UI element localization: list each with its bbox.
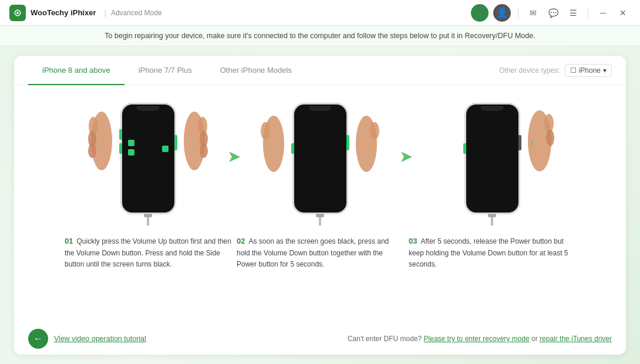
svg-point-8 (200, 144, 208, 158)
step1-text: Quickly press the Volume Up button first… (65, 237, 231, 268)
step1-squares (128, 140, 134, 156)
step3-arrow-indicator: ↑ (529, 137, 535, 150)
titlebar-icons: 🎵 👤 ✉ 💬 ☰ ─ ✕ (471, 4, 631, 22)
music-icon-btn[interactable]: 🎵 (471, 4, 489, 22)
svg-point-14 (544, 114, 554, 133)
step2-iphone (292, 103, 348, 214)
step2-number: 02 (237, 237, 245, 245)
step2-cable (316, 214, 324, 225)
card-footer: ← View video operation tutorial Can't en… (14, 323, 626, 355)
step2-right-hand (352, 109, 380, 176)
step-3-desc: 03After 5 seconds, release the Power but… (404, 226, 580, 272)
step1-left-hand (87, 109, 116, 176)
main-card: iPhone 8 and above iPhone 7/7 Plus Other… (14, 56, 626, 355)
mail-icon[interactable]: ✉ (526, 5, 541, 21)
notice-bar: To begin repairing your device, make sur… (0, 26, 640, 46)
step1-cable-line (147, 217, 149, 225)
step3-number: 03 (409, 237, 417, 245)
cant-enter-text: Can't enter DFU mode? (348, 335, 422, 343)
svg-point-12 (370, 122, 379, 140)
step1-cable (144, 214, 152, 225)
step3-cable (488, 214, 496, 225)
step2-notch (309, 106, 331, 110)
main-content: iPhone 8 and above iPhone 7/7 Plus Other… (0, 46, 640, 364)
step2-left-hand (260, 109, 288, 176)
tabs-bar: iPhone 8 and above iPhone 7/7 Plus Other… (14, 56, 626, 85)
step3-text: After 5 seconds, release the Power butto… (409, 237, 568, 268)
step1-iphone (120, 103, 176, 214)
step-1-desc: 01Quickly press the Volume Up button fir… (60, 226, 236, 272)
step3-vol-down (463, 143, 466, 154)
user-icon-btn[interactable]: 👤 (493, 4, 511, 22)
tutorial-link[interactable]: View video operation tutorial (54, 335, 146, 343)
step-3-phone: ↑ (436, 91, 548, 226)
menu-icon[interactable]: ☰ (565, 5, 581, 21)
chevron-down-icon: ▾ (603, 66, 607, 75)
win-separator (588, 7, 588, 19)
step1-number: 01 (65, 237, 73, 245)
tab-other[interactable]: Other iPhone Models (206, 56, 306, 85)
step-1-column: 01Quickly press the Volume Up button fir… (60, 91, 236, 272)
icon-separator (518, 7, 518, 19)
footer-left: ← View video operation tutorial (28, 329, 146, 349)
minimize-button[interactable]: ─ (595, 5, 611, 21)
device-type-label: Other device types: (499, 66, 560, 75)
step1-vol-down (119, 143, 122, 154)
device-type-dropdown[interactable]: ☐ iPhone ▾ (565, 64, 612, 77)
step3-notch (481, 106, 503, 110)
tab-iphone8[interactable]: iPhone 8 and above (28, 56, 124, 85)
step-2-phone (264, 91, 376, 226)
close-button[interactable]: ✕ (615, 5, 631, 21)
chat-icon[interactable]: 💬 (545, 5, 561, 21)
step2-power (346, 135, 349, 150)
step-1-phone (92, 91, 204, 226)
or-text: or (531, 335, 540, 343)
step1-square1 (128, 140, 134, 146)
step2-text: As soon as the screen goes black, press … (237, 237, 389, 268)
svg-point-15 (546, 130, 554, 146)
step1-right-hand (180, 109, 208, 176)
device-selected: iPhone (579, 66, 601, 75)
step3-iphone: ↑ (464, 103, 520, 214)
step1-vol-up (119, 129, 122, 140)
steps-row: 01Quickly press the Volume Up button fir… (14, 85, 626, 323)
svg-point-4 (88, 144, 96, 158)
app-mode: Advanced Mode (111, 9, 162, 17)
app-logo (9, 5, 26, 21)
recovery-mode-link[interactable]: Please try to enter recovery mode (424, 335, 530, 343)
svg-point-10 (261, 122, 270, 140)
step-3-column: ↑ 03After 5 seconds, release the Power b… (404, 91, 580, 272)
tab-iphone7[interactable]: iPhone 7/7 Plus (124, 56, 206, 85)
step1-square2 (128, 149, 134, 156)
step1-side-btn (174, 135, 177, 150)
step2-cable-line (319, 217, 321, 225)
notice-text: To begin repairing your device, make sur… (105, 32, 535, 40)
step1-square-right (162, 146, 169, 152)
titlebar: WooTechy iPhixer | Advanced Mode 🎵 👤 ✉ 💬… (0, 0, 640, 26)
back-button[interactable]: ← (28, 329, 48, 349)
app-name: WooTechy iPhixer (31, 8, 96, 17)
footer-right: Can't enter DFU mode? Please try to ente… (348, 335, 612, 343)
device-icon: ☐ (570, 66, 577, 75)
step3-power-released (518, 135, 521, 150)
step3-cable-line (491, 217, 493, 225)
step-2-column: 02As soon as the screen goes black, pres… (232, 91, 408, 272)
step2-vol-down (291, 143, 294, 154)
title-divider: | (105, 8, 106, 17)
step-2-desc: 02As soon as the screen goes black, pres… (232, 226, 408, 272)
svg-point-0 (16, 12, 19, 14)
itunes-link[interactable]: repair the iTunes driver (540, 335, 612, 343)
step1-notch (137, 106, 159, 110)
device-type-selector: Other device types: ☐ iPhone ▾ (499, 64, 612, 77)
